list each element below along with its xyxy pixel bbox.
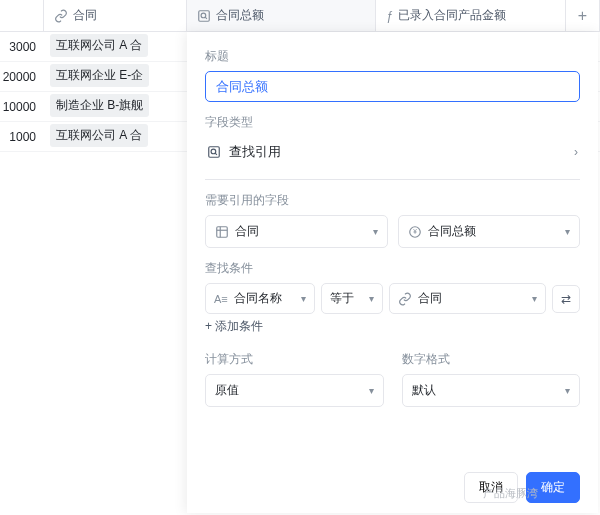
column-header-row: 合同 合同总额 ƒ 已录入合同产品金额 +	[0, 0, 600, 32]
calc-label: 计算方式	[205, 351, 384, 368]
chevron-down-icon: ▾	[565, 226, 570, 237]
chevron-down-icon: ▾	[373, 226, 378, 237]
format-section: 数字格式 默认 ▾	[402, 351, 581, 407]
cancel-button[interactable]: 取消	[464, 472, 518, 503]
chevron-down-icon: ▾	[369, 385, 374, 396]
chevron-down-icon: ▾	[565, 385, 570, 396]
condition-operator-dropdown[interactable]: 等于 ▾	[321, 283, 383, 314]
ref-field-value: 合同总额	[428, 223, 476, 240]
link-icon	[398, 292, 412, 306]
ref-table-dropdown[interactable]: 合同 ▾	[205, 215, 388, 248]
cell-number: 3000	[0, 40, 44, 54]
cell-number: 1000	[0, 130, 44, 144]
condition-value-dropdown[interactable]: 合同 ▾	[389, 283, 546, 314]
currency-icon: ¥	[408, 225, 422, 239]
add-column-button[interactable]: +	[566, 0, 600, 31]
svg-text:¥: ¥	[413, 228, 417, 235]
condition-operator-value: 等于	[330, 290, 354, 307]
plus-icon: +	[578, 7, 587, 25]
format-value: 默认	[412, 382, 436, 399]
col-header-label: 已录入合同产品金额	[398, 7, 506, 24]
panel-footer: 取消 确定	[205, 464, 580, 503]
cell-number: 20000	[0, 70, 44, 84]
svg-point-1	[201, 13, 206, 18]
cell-tag: 制造企业 B-旗舰	[44, 94, 187, 120]
contract-tag[interactable]: 互联网公司 A 合	[50, 124, 148, 147]
format-label: 数字格式	[402, 351, 581, 368]
cell-number: 10000	[0, 100, 44, 114]
svg-rect-3	[209, 147, 220, 158]
col-header-contract[interactable]: 合同	[44, 0, 187, 31]
svg-line-5	[215, 153, 217, 155]
field-config-panel: 标题 字段类型 查找引用 › 需要引用的字段 合同 ▾ ¥	[187, 32, 598, 513]
confirm-button[interactable]: 确定	[526, 472, 580, 503]
divider	[205, 179, 580, 180]
col-header-spacer	[0, 0, 44, 31]
ref-field-dropdown[interactable]: ¥ 合同总额 ▾	[398, 215, 581, 248]
col-header-label: 合同总额	[216, 7, 264, 24]
format-dropdown[interactable]: 默认 ▾	[402, 374, 581, 407]
condition-field-dropdown[interactable]: A≡ 合同名称 ▾	[205, 283, 315, 314]
field-type-selector[interactable]: 查找引用 ›	[205, 137, 580, 167]
lookup-icon	[197, 9, 211, 23]
title-section: 标题	[205, 48, 580, 102]
cell-tag: 互联网公司 A 合	[44, 124, 187, 150]
reference-label: 需要引用的字段	[205, 192, 580, 209]
cell-tag: 互联网公司 A 合	[44, 34, 187, 60]
contract-tag[interactable]: 制造企业 B-旗舰	[50, 94, 149, 117]
formula-icon: ƒ	[386, 9, 393, 23]
svg-point-4	[211, 149, 216, 154]
reference-section: 需要引用的字段 合同 ▾ ¥ 合同总额 ▾	[205, 192, 580, 248]
chevron-down-icon: ▾	[369, 293, 374, 304]
calc-format-row: 计算方式 原值 ▾ 数字格式 默认 ▾	[205, 351, 580, 407]
title-label: 标题	[205, 48, 580, 65]
contract-tag[interactable]: 互联网公司 A 合	[50, 34, 148, 57]
svg-line-2	[205, 17, 207, 19]
col-header-recorded[interactable]: ƒ 已录入合同产品金额	[376, 0, 566, 31]
calc-section: 计算方式 原值 ▾	[205, 351, 384, 407]
condition-value-text: 合同	[418, 290, 442, 307]
col-header-amount[interactable]: 合同总额	[187, 0, 376, 31]
svg-rect-6	[217, 226, 228, 237]
field-type-value: 查找引用	[229, 143, 281, 161]
chevron-down-icon: ▾	[532, 293, 537, 304]
condition-section: 查找条件 A≡ 合同名称 ▾ 等于 ▾ 合同 ▾ ⇄	[205, 260, 580, 339]
swap-button[interactable]: ⇄	[552, 285, 580, 313]
chevron-right-icon: ›	[574, 145, 578, 159]
svg-rect-0	[199, 10, 210, 21]
table-icon	[215, 225, 229, 239]
condition-label: 查找条件	[205, 260, 580, 277]
add-condition-button[interactable]: + 添加条件	[205, 314, 580, 339]
title-input[interactable]	[205, 71, 580, 102]
lookup-icon	[207, 145, 221, 159]
condition-field-value: 合同名称	[234, 290, 282, 307]
cell-tag: 互联网企业 E-企	[44, 64, 187, 90]
contract-tag[interactable]: 互联网企业 E-企	[50, 64, 149, 87]
field-type-label: 字段类型	[205, 114, 580, 131]
col-header-label: 合同	[73, 7, 97, 24]
calc-value: 原值	[215, 382, 239, 399]
field-type-section: 字段类型 查找引用 ›	[205, 114, 580, 167]
link-icon	[54, 9, 68, 23]
swap-icon: ⇄	[561, 292, 571, 306]
text-icon: A≡	[214, 293, 228, 305]
chevron-down-icon: ▾	[301, 293, 306, 304]
ref-table-value: 合同	[235, 223, 259, 240]
calc-dropdown[interactable]: 原值 ▾	[205, 374, 384, 407]
